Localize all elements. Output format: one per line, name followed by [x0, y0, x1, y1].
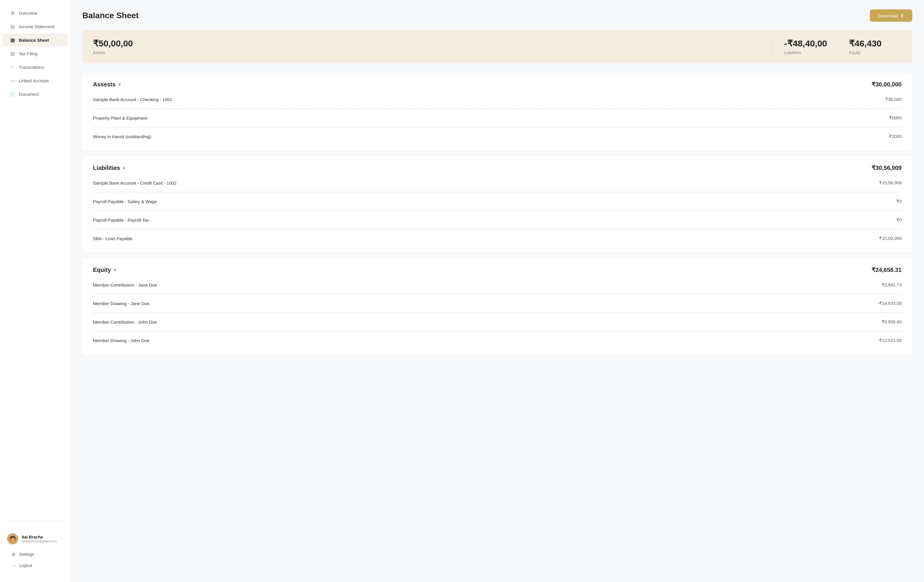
tax-filing-icon: ▤	[10, 51, 15, 56]
item-divider	[93, 210, 902, 211]
assets-value: ₹50,00,00	[93, 38, 772, 49]
line-item-name: Member Drawing - John Doe	[93, 338, 150, 343]
sidebar-item-overview[interactable]: ⊞ Overview	[2, 7, 68, 20]
assets-total: ₹30,00,000	[871, 81, 902, 88]
line-item-name: Member Contribution - Jane Doe	[93, 283, 157, 288]
assets-title[interactable]: Assests ∨	[93, 81, 121, 88]
item-divider	[93, 312, 902, 313]
line-item-name: Sample Bank Account - Credit Card - 1002	[93, 181, 176, 186]
line-item: Member Drawing - Jane Doe -₹14,933.00	[93, 298, 902, 309]
sidebar-nav: ⊞ Overview ▤ Income Statement ▦ Balance …	[0, 6, 70, 515]
line-item-name: Member Contribution - John Doe	[93, 319, 157, 324]
line-item-value: ₹6000	[889, 115, 902, 120]
liabilities-title[interactable]: Liabilities ∨	[93, 164, 125, 171]
overview-icon: ⊞	[10, 10, 15, 16]
line-item: Money in transit (outstanding) -₹2000	[93, 131, 902, 142]
line-item-name: Payroll Payable - Payroll Tax	[93, 217, 149, 222]
page-header: Balance Sheet Download ⬇	[82, 10, 912, 22]
item-divider	[93, 229, 902, 229]
line-item: Property Plant & Equipment ₹6000	[93, 112, 902, 123]
linked-account-icon: ▭	[10, 77, 15, 84]
assets-chevron-icon: ∨	[118, 82, 121, 87]
line-item: Sample Bank Account - Checking - 1001 ₹3…	[93, 94, 902, 105]
line-item-name: Member Drawing - Jane Doe	[93, 301, 150, 306]
sidebar-label-linked-account: Linked Account	[19, 78, 49, 83]
line-item: Payroll Payable - Payroll Tax ₹0	[93, 214, 902, 225]
summary-assets: ₹50,00,00 Assets	[93, 38, 772, 55]
user-email: itabracha31@gmail.com	[22, 539, 57, 543]
item-divider	[93, 331, 902, 331]
line-item-name: SBA - Loan Payable	[93, 236, 132, 241]
line-item-value: ₹30,000	[885, 97, 902, 102]
transactions-icon: ↕	[10, 64, 15, 70]
line-item-value: -₹13,521.00	[878, 338, 902, 343]
liabilities-section: Liabilities ∨ ₹30,56,909 Sample Bank Acc…	[82, 156, 912, 252]
item-divider	[93, 127, 902, 127]
liabilities-value: -₹48,40,00	[784, 38, 837, 49]
sidebar-label-document: Document	[19, 92, 39, 97]
line-item-value: ₹0	[896, 217, 902, 222]
assets-section-header: Assests ∨ ₹30,00,000	[93, 81, 902, 88]
sidebar-item-tax-filing[interactable]: ▤ Tax Filing	[2, 47, 68, 60]
liabilities-label: Liabilities	[784, 50, 837, 55]
download-icon: ⬇	[900, 13, 904, 18]
line-item: Sample Bank Account - Credit Card - 1002…	[93, 177, 902, 188]
line-item: SBA - Loan Payable ₹15,00,000	[93, 233, 902, 244]
liabilities-section-header: Liabilities ∨ ₹30,56,909	[93, 164, 902, 171]
sidebar-label-balance-sheet: Balance Sheet	[19, 38, 49, 43]
main-content: Balance Sheet Download ⬇ ₹50,00,00 Asset…	[71, 0, 924, 582]
sidebar-item-document[interactable]: 📄 Document	[2, 87, 68, 100]
download-button[interactable]: Download ⬇	[870, 10, 912, 22]
line-item-value: -₹2000	[888, 134, 902, 139]
page-title: Balance Sheet	[82, 11, 139, 20]
sidebar-item-linked-account[interactable]: ▭ Linked Account	[2, 74, 68, 87]
sidebar: ⊞ Overview ▤ Income Statement ▦ Balance …	[0, 0, 71, 582]
equity-section: Equity ∨ ₹24,658.31 Member Contribution …	[82, 258, 912, 354]
line-item-name: Property Plant & Equipment	[93, 115, 147, 120]
sidebar-bottom: 🧑 Itai Bracha itabracha31@gmail.com ⚙ Se…	[0, 525, 70, 576]
line-item-name: Payroll Payable - Salary & Wage	[93, 199, 157, 204]
line-item: Member Contribution - Jane Doe ₹2,841.73	[93, 279, 902, 290]
line-item-value: ₹15,56,909	[879, 180, 902, 186]
summary-card: ₹50,00,00 Assets -₹48,40,00 Liabilities …	[82, 30, 912, 63]
liabilities-chevron-icon: ∨	[122, 166, 125, 170]
line-item-value: ₹8,958.40	[882, 319, 902, 324]
sidebar-action-logout[interactable]: → Logout	[5, 560, 66, 571]
logout-icon: →	[12, 563, 16, 568]
equity-value: ₹46,430	[849, 38, 902, 49]
summary-liabilities: -₹48,40,00 Liabilities	[772, 38, 837, 55]
line-item: Member Drawing - John Doe -₹13,521.00	[93, 335, 902, 346]
item-divider	[93, 109, 902, 109]
income-statement-icon: ▤	[10, 23, 15, 30]
summary-equity: ₹46,430 Equity	[837, 38, 902, 55]
download-label: Download	[878, 13, 898, 18]
line-item-value: ₹2,841.73	[882, 282, 902, 288]
line-item-value: ₹0	[896, 199, 902, 204]
sidebar-item-transactions[interactable]: ↕ Transcations	[2, 61, 68, 74]
line-item-value: -₹14,933.00	[878, 301, 902, 306]
action-label-settings: Settings	[19, 552, 34, 557]
equity-chevron-icon: ∨	[113, 268, 116, 272]
liabilities-total: ₹30,56,909	[871, 164, 902, 171]
balance-sheet-icon: ▦	[10, 37, 15, 43]
equity-label: Equity	[849, 50, 902, 55]
sidebar-item-balance-sheet[interactable]: ▦ Balance Sheet	[2, 33, 68, 46]
document-icon: 📄	[10, 91, 15, 97]
sidebar-label-transactions: Transcations	[19, 65, 44, 70]
user-name: Itai Bracha	[22, 535, 57, 539]
sidebar-label-tax-filing: Tax Filing	[19, 51, 37, 56]
line-item: Payroll Payable - Salary & Wage ₹0	[93, 196, 902, 207]
equity-title[interactable]: Equity ∨	[93, 266, 116, 273]
line-item: Member Contribution - John Doe ₹8,958.40	[93, 316, 902, 327]
equity-total: ₹24,658.31	[871, 266, 902, 273]
sidebar-label-overview: Overview	[19, 11, 37, 16]
sidebar-label-income-statement: Income Statement	[19, 24, 55, 29]
assets-section: Assests ∨ ₹30,00,000 Sample Bank Account…	[82, 72, 912, 150]
sidebar-divider	[5, 520, 66, 520]
user-profile: 🧑 Itai Bracha itabracha31@gmail.com	[2, 530, 68, 548]
settings-icon: ⚙	[12, 552, 16, 557]
sidebar-item-income-statement[interactable]: ▤ Income Statement	[2, 20, 68, 33]
action-label-logout: Logout	[20, 563, 32, 568]
sidebar-action-settings[interactable]: ⚙ Settings	[5, 549, 66, 560]
equity-section-header: Equity ∨ ₹24,658.31	[93, 266, 902, 273]
